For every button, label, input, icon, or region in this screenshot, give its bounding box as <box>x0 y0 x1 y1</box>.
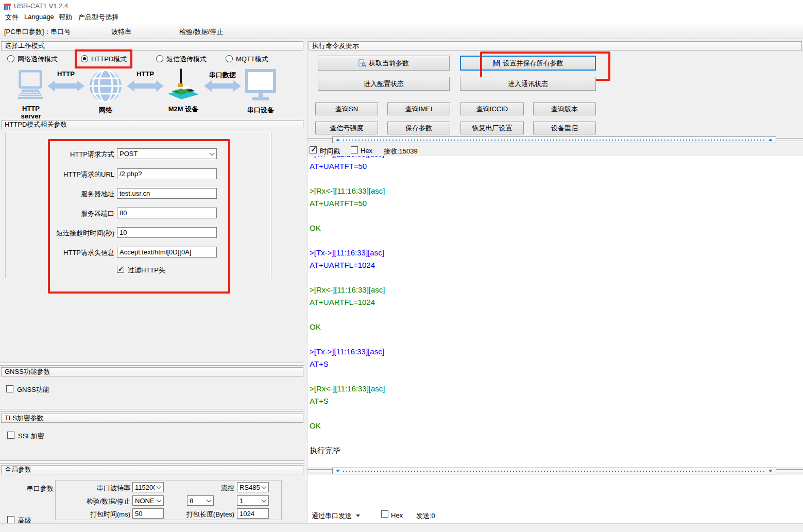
recv-count-label: 接收:15039 <box>384 147 418 156</box>
send-hex-label: Hex <box>391 511 403 519</box>
window-footer <box>0 523 803 532</box>
node-label-network: 网络 <box>89 106 123 115</box>
http-url-label: HTTP请求的URL <box>5 170 114 179</box>
pack-length-input[interactable] <box>237 508 269 519</box>
log-line: OK <box>310 321 803 333</box>
dropdown-caret-icon <box>356 514 360 517</box>
chevron-down-icon <box>157 497 162 503</box>
log-line <box>310 370 803 383</box>
global-baud-select[interactable]: 115200 <box>132 482 164 492</box>
section-splitter[interactable] <box>0 460 304 464</box>
app-icon <box>3 2 11 10</box>
advanced-checkbox[interactable] <box>7 516 14 523</box>
global-stopbits-select[interactable]: 1 <box>237 495 269 506</box>
short-conn-timeout-label: 短连接超时时间(秒) <box>5 229 114 238</box>
monitor-icon <box>245 69 276 102</box>
enter-config-state-button[interactable]: 进入配置状态 <box>318 77 450 91</box>
log-line <box>310 271 803 284</box>
splitter-arrow-down-icon <box>768 470 773 472</box>
radio-httpd-mode[interactable]: HTTPD模式 <box>81 55 127 64</box>
log-line: >[Rx<-][11:16:33][asc] <box>310 383 803 395</box>
log-line: AT+UARTFL=1024 <box>310 259 803 271</box>
send-via-serial-dropdown[interactable]: 通过串口发送 <box>312 511 360 521</box>
ssl-label: SSL加密 <box>18 432 44 441</box>
chevron-down-icon <box>157 484 162 489</box>
filter-http-checkbox[interactable] <box>117 266 124 273</box>
filter-http-label: 过滤HTTP头 <box>128 266 165 275</box>
radio-net-transparent-mode[interactable]: 网络透传模式 <box>7 55 58 64</box>
http-header-label: HTTP请求头信息 <box>5 248 114 258</box>
global-parity-select[interactable]: NONE <box>132 495 164 506</box>
pack-time-input[interactable] <box>132 508 164 519</box>
pack-length-label: 打包长度(Bytes) <box>170 510 234 519</box>
server-port-input[interactable] <box>117 208 217 218</box>
http-method-select[interactable]: POST <box>117 148 217 159</box>
serial-toolbar: [PC串口参数]：串口号 COM4 波特率 115200 检验/数据/停止 NO… <box>0 23 803 39</box>
log-line: >[Rx<-][11:16:33][asc] <box>310 284 803 296</box>
splitter-arrow-up-icon <box>336 139 340 141</box>
section-splitter[interactable] <box>0 363 304 366</box>
timestamp-checkbox[interactable] <box>310 146 317 153</box>
log-line: 执行完毕 <box>310 444 803 457</box>
section-splitter[interactable] <box>0 409 304 412</box>
log-line: >[Tx->][11:16:33][asc] <box>310 346 803 358</box>
log-line <box>310 333 803 346</box>
recv-hex-label: Hex <box>361 147 372 155</box>
gnss-header: GNSS功能参数 <box>1 367 303 376</box>
log-line <box>310 407 803 420</box>
gnss-checkbox[interactable] <box>6 385 13 392</box>
server-address-input[interactable] <box>117 188 217 199</box>
recv-hex-checkbox[interactable] <box>351 146 358 153</box>
node-label-serial-device: 串口设备 <box>243 106 278 115</box>
set-save-all-params-button[interactable]: 设置并保存所有参数 <box>460 56 596 71</box>
global-databits-select[interactable]: 8 <box>187 495 214 506</box>
log-line: >[Rx<-][11:16:33][asc] <box>310 185 803 197</box>
log-view[interactable]: >[Tx->][11:16:33][asc] AT+UARTFT=50 >[Rx… <box>307 156 803 467</box>
send-hex-checkbox[interactable] <box>381 510 388 518</box>
menu-language[interactable]: Language <box>24 13 54 21</box>
node-label-m2m-device: M2M 设备 <box>165 105 202 114</box>
log-line: AT+UARTFT=50 <box>310 197 803 210</box>
radio-mqtt-mode[interactable]: MQTT模式 <box>226 55 268 64</box>
save-params-button[interactable]: 保存参数 <box>387 122 450 134</box>
log-line: OK <box>310 420 803 432</box>
query-sn-button[interactable]: 查询SN <box>315 102 378 115</box>
short-conn-timeout-input[interactable] <box>117 227 217 238</box>
factory-reset-button[interactable]: 恢复出厂设置 <box>460 122 524 134</box>
menu-file[interactable]: 文件 <box>5 13 19 22</box>
radio-icon <box>156 55 163 62</box>
query-iccid-button[interactable]: 查询ICCID <box>460 102 524 115</box>
log-line: OK <box>310 222 803 234</box>
query-imei-button[interactable]: 查询IMEI <box>387 102 450 115</box>
enter-comm-state-button[interactable]: 进入通讯状态 <box>460 77 596 91</box>
double-arrow-icon <box>204 79 241 93</box>
get-params-button[interactable]: 获取当前参数 <box>318 56 450 71</box>
menu-help[interactable]: 帮助 <box>59 13 72 22</box>
device-reboot-button[interactable]: 设备重启 <box>533 122 596 134</box>
http-url-input[interactable] <box>117 168 217 179</box>
left-config-panel: 选择工作模式 网络透传模式 HTTPD模式 短信透传模式 MQTT模式 HTTP… <box>0 39 304 523</box>
radio-sms-transparent-mode[interactable]: 短信透传模式 <box>156 55 207 64</box>
link-label-http-2: HTTP <box>127 70 164 78</box>
pack-time-label: 打包时间(ms) <box>52 510 130 519</box>
httpd-params-header: HTTPD模式相关参数 <box>1 120 303 129</box>
chevron-down-icon <box>262 497 267 503</box>
log-splitter-handle[interactable] <box>332 136 776 143</box>
query-version-button[interactable]: 查询版本 <box>533 102 596 115</box>
server-port-label: 服务器端口 <box>5 209 114 218</box>
splitter-arrow-up-icon <box>768 139 773 141</box>
flow-control-select[interactable]: RS485 <box>237 482 269 492</box>
query-signal-button[interactable]: 查信号强度 <box>315 122 378 134</box>
log-line: AT+UARTFT=50 <box>310 160 803 173</box>
double-arrow-icon <box>127 79 164 93</box>
splitter-arrow-down-icon <box>336 470 340 472</box>
send-splitter-handle[interactable] <box>332 468 776 474</box>
command-panel-header: 执行命令及提示 <box>309 41 802 50</box>
flow-control-label: 流控 <box>170 484 234 493</box>
http-method-label: HTTP请求方式 <box>5 150 114 159</box>
global-baud-label: 串口波特率 <box>62 484 130 493</box>
node-label-http-server: HTTP server <box>12 105 49 120</box>
http-header-input[interactable] <box>117 247 217 258</box>
menu-product-model[interactable]: 产品型号选择 <box>78 13 118 22</box>
ssl-checkbox[interactable] <box>7 432 14 439</box>
